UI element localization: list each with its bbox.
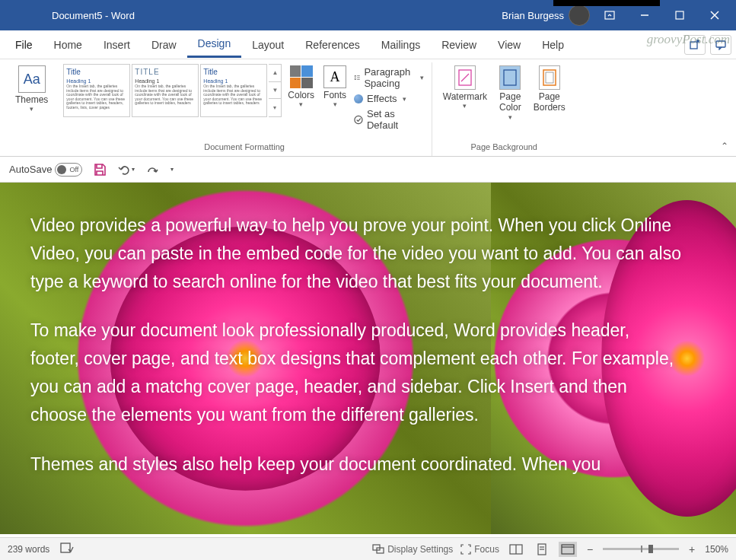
ribbon: Aa Themes ▾ Title Heading 1 On the Inser… bbox=[0, 59, 736, 157]
gallery-more-icon[interactable]: ▾ bbox=[269, 99, 281, 116]
tab-view[interactable]: View bbox=[487, 33, 531, 57]
tab-insert[interactable]: Insert bbox=[93, 33, 141, 57]
web-layout-icon[interactable] bbox=[559, 542, 577, 557]
svg-rect-2 bbox=[676, 11, 683, 19]
tab-references[interactable]: References bbox=[295, 33, 371, 57]
redo-button[interactable] bbox=[145, 163, 159, 177]
tab-home[interactable]: Home bbox=[43, 33, 93, 57]
tab-help[interactable]: Help bbox=[531, 33, 575, 57]
focus-button[interactable]: Focus bbox=[460, 542, 499, 557]
group-label: Page Background bbox=[438, 141, 570, 154]
ribbon-display-icon[interactable] bbox=[594, 4, 625, 27]
fonts-icon: A bbox=[323, 65, 346, 88]
group-label: Document Formatting bbox=[63, 141, 425, 154]
autosave-toggle[interactable]: AutoSave Off bbox=[9, 163, 82, 177]
chevron-down-icon: ▾ bbox=[420, 74, 424, 81]
display-settings-button[interactable]: Display Settings bbox=[372, 542, 453, 557]
decorative-bar bbox=[553, 0, 660, 6]
style-thumbnail[interactable]: TITLE Heading 1 On the Insert tab, the g… bbox=[132, 64, 199, 117]
tab-review[interactable]: Review bbox=[431, 33, 487, 57]
effects-button[interactable]: Effects▾ bbox=[352, 92, 425, 105]
zoom-in-button[interactable]: + bbox=[687, 543, 697, 555]
page-borders-icon bbox=[539, 65, 560, 90]
zoom-slider[interactable] bbox=[603, 548, 679, 550]
tab-mailings[interactable]: Mailings bbox=[371, 33, 431, 57]
set-default-button[interactable]: Set as Default bbox=[352, 107, 425, 132]
themes-button[interactable]: Aa Themes ▾ bbox=[12, 64, 51, 114]
document-body[interactable]: Video provides a powerful way to help yo… bbox=[30, 212, 683, 499]
watermark-button[interactable]: Watermark ▾ bbox=[438, 64, 492, 111]
page-color-icon bbox=[499, 65, 521, 90]
share-button[interactable] bbox=[684, 35, 706, 55]
collapse-ribbon-icon[interactable]: ⌃ bbox=[721, 141, 728, 151]
maximize-icon[interactable] bbox=[664, 4, 695, 27]
colors-button[interactable]: Colors ▾ bbox=[285, 64, 317, 110]
style-thumbnail[interactable]: Title Heading 1 On the Insert tab, the g… bbox=[63, 64, 130, 117]
tab-layout[interactable]: Layout bbox=[241, 33, 295, 57]
gallery-up-icon[interactable]: ▲ bbox=[269, 65, 281, 82]
undo-button[interactable]: ▾ bbox=[117, 163, 135, 177]
tab-draw[interactable]: Draw bbox=[141, 33, 187, 57]
tab-design[interactable]: Design bbox=[187, 31, 242, 58]
chevron-down-icon: ▾ bbox=[508, 113, 512, 121]
fonts-button[interactable]: A Fonts ▾ bbox=[320, 64, 349, 110]
gallery-down-icon[interactable]: ▼ bbox=[269, 82, 281, 100]
themes-icon: Aa bbox=[18, 65, 46, 93]
svg-rect-11 bbox=[546, 72, 553, 83]
zoom-level[interactable]: 150% bbox=[705, 544, 728, 555]
chevron-down-icon: ▾ bbox=[132, 166, 135, 173]
minimize-icon[interactable] bbox=[629, 4, 660, 27]
qat-customize-icon[interactable]: ▾ bbox=[170, 166, 174, 173]
read-mode-icon[interactable] bbox=[507, 542, 525, 557]
chevron-down-icon: ▾ bbox=[463, 102, 467, 110]
colors-icon bbox=[290, 65, 313, 88]
svg-point-7 bbox=[355, 116, 362, 123]
watermark-icon bbox=[454, 65, 476, 90]
zoom-out-button[interactable]: − bbox=[585, 543, 595, 555]
svg-rect-6 bbox=[716, 41, 725, 47]
svg-rect-0 bbox=[605, 11, 614, 19]
document-title: Document5 - Word bbox=[52, 10, 135, 21]
paragraph-spacing-button[interactable]: Paragraph Spacing▾ bbox=[352, 65, 425, 90]
effects-icon bbox=[354, 94, 363, 103]
chevron-down-icon: ▾ bbox=[333, 100, 337, 108]
menubar: File Home Insert Draw Design Layout Refe… bbox=[0, 30, 736, 59]
comments-button[interactable] bbox=[710, 35, 731, 55]
svg-rect-20 bbox=[562, 545, 574, 554]
quick-access-toolbar: AutoSave Off ▾ ▾ bbox=[0, 157, 736, 183]
toggle-off-icon: Off bbox=[55, 163, 82, 177]
paragraph: To make your document look professionall… bbox=[30, 317, 683, 428]
save-button[interactable] bbox=[93, 163, 107, 177]
style-gallery: Title Heading 1 On the Insert tab, the g… bbox=[63, 64, 282, 120]
paragraph: Themes and styles also help keep your do… bbox=[30, 450, 683, 479]
svg-rect-5 bbox=[690, 42, 697, 49]
style-thumbnail[interactable]: Title Heading 1 On the Insert tab, the g… bbox=[200, 64, 267, 117]
chevron-down-icon: ▾ bbox=[30, 105, 33, 113]
svg-rect-12 bbox=[61, 543, 70, 552]
paragraph: Video provides a powerful way to help yo… bbox=[30, 212, 683, 295]
svg-rect-9 bbox=[504, 70, 516, 85]
word-count[interactable]: 239 words bbox=[8, 544, 49, 555]
document-area[interactable]: Video provides a powerful way to help yo… bbox=[0, 183, 736, 534]
close-icon[interactable] bbox=[699, 4, 730, 27]
statusbar: 239 words Display Settings Focus − + 150… bbox=[0, 537, 736, 560]
print-layout-icon[interactable] bbox=[533, 542, 551, 557]
gallery-scroller: ▲ ▼ ▾ bbox=[269, 64, 282, 117]
chevron-down-icon: ▾ bbox=[403, 95, 406, 103]
page-borders-button[interactable]: Page Borders bbox=[529, 64, 570, 115]
avatar[interactable] bbox=[569, 5, 590, 26]
user-name[interactable]: Brian Burgess bbox=[502, 10, 564, 21]
tab-file[interactable]: File bbox=[5, 33, 43, 57]
page-color-button[interactable]: Page Color ▾ bbox=[495, 64, 526, 123]
chevron-down-icon: ▾ bbox=[299, 100, 303, 108]
spellcheck-icon[interactable] bbox=[60, 542, 74, 556]
